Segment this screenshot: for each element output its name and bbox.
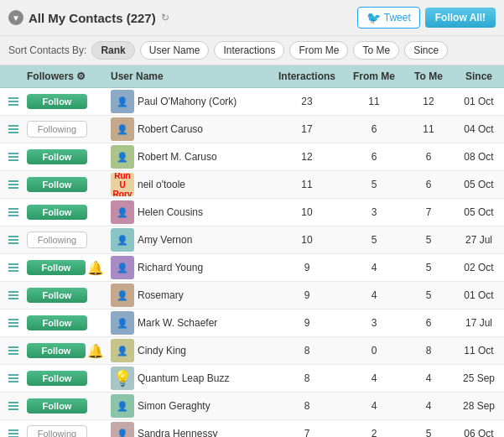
- header-right: 🐦 Tweet Follow All!: [357, 7, 496, 29]
- follow-button[interactable]: Follow: [27, 149, 87, 164]
- interactions-cell: 8: [269, 398, 345, 414]
- th-interactions: Interactions: [269, 69, 345, 84]
- row-menu[interactable]: [0, 150, 23, 164]
- refresh-icon[interactable]: ↻: [161, 12, 169, 23]
- since-cell: 01 Oct: [454, 287, 504, 304]
- since-cell: 11 Oct: [454, 342, 504, 359]
- follow-button[interactable]: Follow: [27, 177, 87, 192]
- sort-interactions-button[interactable]: Interactions: [214, 41, 284, 60]
- fromme-cell: 6: [345, 121, 403, 138]
- follow-cell[interactable]: Follow: [23, 368, 107, 388]
- fromme-cell: 6: [345, 148, 403, 165]
- follow-cell[interactable]: Follow: [23, 313, 107, 333]
- sort-since-button[interactable]: Since: [404, 41, 448, 60]
- interactions-cell: 9: [269, 259, 345, 276]
- fromme-cell: 3: [345, 315, 403, 331]
- avatar: RunURory: [111, 173, 134, 196]
- avatar: 👤: [111, 339, 134, 362]
- row-menu[interactable]: [0, 261, 23, 274]
- sort-fromme-button[interactable]: From Me: [289, 41, 348, 60]
- fromme-cell: 4: [345, 259, 403, 276]
- th-tome: To Me: [403, 69, 454, 84]
- fromme-cell: 4: [345, 287, 403, 304]
- follow-cell[interactable]: Follow: [23, 396, 107, 416]
- follow-cell[interactable]: Following: [23, 423, 107, 437]
- interactions-cell: 10: [269, 232, 345, 248]
- sort-rank-button[interactable]: Rank: [91, 41, 134, 60]
- row-menu[interactable]: [0, 372, 23, 385]
- follow-cell[interactable]: Following: [23, 229, 107, 251]
- sort-username-button[interactable]: User Name: [140, 41, 210, 60]
- tome-cell: 5: [403, 425, 454, 437]
- th-since: Since: [454, 69, 504, 84]
- since-cell: 01 Oct: [454, 93, 504, 110]
- follow-all-button[interactable]: Follow All!: [425, 8, 496, 28]
- row-menu[interactable]: [0, 316, 23, 330]
- interactions-cell: 9: [269, 287, 345, 304]
- username: Mark W. Schaefer: [138, 317, 217, 329]
- since-cell: 08 Oct: [454, 148, 504, 165]
- th-username: User Name: [107, 69, 269, 84]
- username: Sandra Hennessy: [138, 428, 217, 437]
- follow-button[interactable]: Follow: [27, 288, 87, 303]
- tome-cell: 7: [403, 204, 454, 221]
- row-menu[interactable]: [0, 178, 23, 191]
- table-row: Following 👤 Sandra Hennessy 7 2 5 06 Oct: [0, 420, 504, 437]
- row-menu[interactable]: [0, 205, 23, 219]
- username: Paul O'Mahony (Cork): [138, 96, 236, 107]
- follow-cell[interactable]: Follow 🔔: [23, 258, 107, 278]
- since-cell: 04 Oct: [454, 121, 504, 138]
- user-cell: 👤 Cindy King: [107, 337, 269, 364]
- follow-button[interactable]: Follow: [27, 315, 87, 330]
- fromme-cell: 5: [345, 176, 403, 193]
- table-row: Follow 🔔 👤 Richard Young 9 4 5 02 Oct: [0, 254, 504, 282]
- followers-icon: ⚙: [76, 70, 86, 82]
- row-menu[interactable]: [0, 289, 23, 302]
- row-menu[interactable]: [0, 399, 23, 413]
- follow-button[interactable]: Follow: [27, 260, 86, 275]
- username: Helen Cousins: [138, 206, 203, 218]
- th-menu: [0, 75, 23, 78]
- row-menu[interactable]: [0, 122, 23, 136]
- th-followers: Followers ⚙: [23, 69, 107, 84]
- fromme-cell: 4: [345, 398, 403, 414]
- tweet-button[interactable]: 🐦 Tweet: [357, 7, 420, 29]
- username: Richard Young: [138, 262, 203, 273]
- fromme-cell: 2: [345, 425, 403, 437]
- follow-cell[interactable]: Follow: [23, 285, 107, 305]
- follow-button[interactable]: Follow: [27, 205, 87, 220]
- row-menu[interactable]: [0, 427, 23, 437]
- tome-cell: 6: [403, 315, 454, 331]
- follow-cell[interactable]: Follow: [23, 147, 107, 167]
- table-row: Follow 👤 Paul O'Mahony (Cork) 23 11 12 0…: [0, 88, 504, 116]
- follow-button[interactable]: Follow: [27, 343, 86, 358]
- follow-button[interactable]: Follow: [27, 94, 87, 109]
- interactions-cell: 9: [269, 315, 345, 331]
- follow-button[interactable]: Follow: [27, 371, 87, 386]
- username: Amy Vernon: [138, 234, 192, 246]
- follow-cell[interactable]: Follow: [23, 202, 107, 222]
- row-menu[interactable]: [0, 344, 23, 357]
- avatar: 👤: [111, 200, 134, 224]
- user-cell: RunURory neil o'toole: [107, 171, 269, 198]
- username: Robert M. Caruso: [138, 151, 217, 163]
- user-cell: 👤 Paul O'Mahony (Cork): [107, 88, 269, 115]
- sort-tome-button[interactable]: To Me: [353, 41, 399, 60]
- user-cell: 👤 Sandra Hennessy: [107, 420, 269, 437]
- follow-cell[interactable]: Following: [23, 118, 107, 140]
- row-menu[interactable]: [0, 95, 23, 108]
- user-cell: 👤 Mark W. Schaefer: [107, 310, 269, 336]
- follow-cell[interactable]: Follow: [23, 174, 107, 195]
- user-cell: 👤 Rosemary: [107, 282, 269, 309]
- following-button[interactable]: Following: [27, 121, 87, 138]
- row-menu[interactable]: [0, 233, 23, 247]
- interactions-cell: 12: [269, 148, 345, 165]
- user-cell: 👤 Richard Young: [107, 254, 269, 281]
- fromme-cell: 0: [345, 342, 403, 359]
- following-button[interactable]: Following: [27, 425, 87, 437]
- since-cell: 06 Oct: [454, 425, 504, 437]
- follow-cell[interactable]: Follow 🔔: [23, 341, 107, 362]
- follow-cell[interactable]: Follow: [23, 91, 107, 112]
- follow-button[interactable]: Follow: [27, 398, 87, 414]
- following-button[interactable]: Following: [27, 232, 87, 248]
